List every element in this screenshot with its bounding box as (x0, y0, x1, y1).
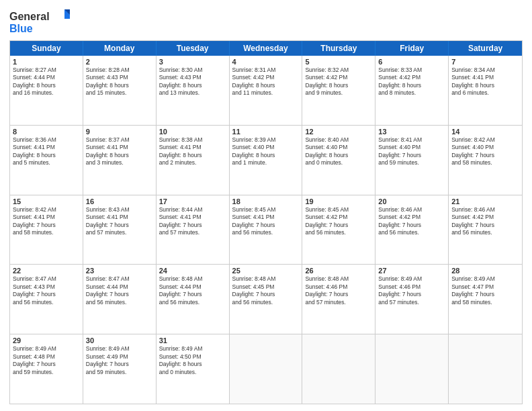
day-number: 27 (378, 267, 445, 275)
day-cell-28: 28Sunrise: 8:49 AMSunset: 4:47 PMDayligh… (449, 265, 522, 334)
day-number: 2 (86, 58, 153, 66)
header-day-monday: Monday (83, 41, 157, 56)
day-number: 10 (159, 128, 226, 136)
day-number: 31 (159, 336, 226, 345)
cell-line: Sunrise: 8:49 AM (159, 345, 226, 353)
day-number: 16 (86, 197, 153, 205)
cell-line: and 6 minutes. (451, 89, 519, 97)
cell-line: Sunrise: 8:49 AM (378, 275, 445, 283)
cell-line: and 56 minutes. (451, 229, 519, 236)
day-number: 14 (451, 128, 519, 136)
cell-line: Daylight: 7 hours (86, 222, 153, 229)
day-number: 28 (451, 267, 519, 275)
cell-line: Daylight: 8 hours (13, 152, 80, 159)
cell-line: Daylight: 8 hours (305, 152, 372, 159)
cell-line: Sunset: 4:40 PM (232, 144, 300, 151)
empty-cell (230, 334, 303, 404)
cell-line: Daylight: 8 hours (159, 361, 226, 368)
cell-line: and 56 minutes. (13, 299, 80, 306)
cell-line: Daylight: 7 hours (451, 222, 519, 229)
day-number: 24 (159, 267, 226, 275)
cell-line: Daylight: 8 hours (86, 82, 153, 89)
header-day-sunday: Sunday (10, 41, 83, 56)
cell-line: Daylight: 7 hours (86, 291, 153, 298)
cell-line: Sunrise: 8:32 AM (305, 66, 372, 74)
day-cell-20: 20Sunrise: 8:46 AMSunset: 4:42 PMDayligh… (375, 195, 449, 265)
cell-line: Sunset: 4:43 PM (13, 283, 80, 291)
cell-line: and 57 minutes. (86, 229, 153, 236)
cell-line: Sunrise: 8:28 AM (86, 66, 153, 74)
cell-line: Sunrise: 8:39 AM (232, 136, 300, 144)
cell-line: Daylight: 7 hours (451, 291, 519, 298)
cell-line: Sunset: 4:41 PM (232, 214, 300, 221)
cell-line: Sunrise: 8:49 AM (13, 345, 80, 353)
cell-line: Sunset: 4:50 PM (159, 353, 226, 361)
cell-line: Sunrise: 8:41 AM (378, 136, 445, 144)
cell-line: Sunset: 4:42 PM (378, 74, 445, 81)
cell-line: Daylight: 7 hours (13, 361, 80, 368)
cell-line: Sunset: 4:41 PM (13, 214, 80, 221)
header-day-saturday: Saturday (449, 41, 522, 56)
day-cell-19: 19Sunrise: 8:45 AMSunset: 4:42 PMDayligh… (302, 195, 375, 265)
cell-line: and 1 minute. (232, 159, 300, 167)
cell-line: Sunset: 4:48 PM (13, 353, 80, 361)
cell-line: Sunrise: 8:45 AM (232, 206, 300, 214)
day-cell-9: 9Sunrise: 8:37 AMSunset: 4:41 PMDaylight… (83, 126, 157, 195)
empty-cell (302, 334, 375, 404)
cell-line: and 9 minutes. (305, 89, 372, 97)
cell-line: Sunset: 4:46 PM (378, 283, 445, 291)
cell-line: Sunset: 4:44 PM (86, 283, 153, 291)
header-day-tuesday: Tuesday (157, 41, 230, 56)
cell-line: Daylight: 8 hours (86, 152, 153, 159)
cell-line: Daylight: 8 hours (159, 152, 226, 159)
cell-line: Sunrise: 8:37 AM (86, 136, 153, 144)
day-cell-21: 21Sunrise: 8:46 AMSunset: 4:42 PMDayligh… (449, 195, 522, 265)
week-row-2: 8Sunrise: 8:36 AMSunset: 4:41 PMDaylight… (10, 126, 522, 195)
cell-line: Sunrise: 8:48 AM (232, 275, 300, 283)
cell-line: Sunset: 4:41 PM (159, 144, 226, 151)
cell-line: Sunset: 4:43 PM (86, 74, 153, 81)
cell-line: Sunset: 4:44 PM (159, 283, 226, 291)
day-number: 15 (13, 197, 80, 205)
cell-line: Sunrise: 8:42 AM (451, 136, 519, 144)
cell-line: Daylight: 8 hours (13, 82, 80, 89)
day-cell-16: 16Sunrise: 8:43 AMSunset: 4:41 PMDayligh… (83, 195, 157, 265)
cell-line: Daylight: 7 hours (305, 222, 372, 229)
day-cell-29: 29Sunrise: 8:49 AMSunset: 4:48 PMDayligh… (10, 334, 83, 404)
cell-line: Daylight: 7 hours (13, 291, 80, 298)
cell-line: Sunrise: 8:47 AM (86, 275, 153, 283)
cell-line: Daylight: 8 hours (305, 82, 372, 89)
cell-line: Daylight: 7 hours (13, 222, 80, 229)
cell-line: Sunrise: 8:42 AM (13, 206, 80, 214)
cell-line: and 58 minutes. (451, 299, 519, 306)
cell-line: and 3 minutes. (86, 159, 153, 167)
day-number: 18 (232, 197, 300, 205)
cell-line: Sunset: 4:42 PM (378, 214, 445, 221)
cell-line: Sunrise: 8:27 AM (13, 66, 80, 74)
day-number: 7 (451, 58, 519, 66)
cell-line: and 57 minutes. (378, 299, 445, 306)
cell-line: and 56 minutes. (86, 299, 153, 306)
svg-text:General: General (9, 11, 50, 22)
cell-line: Daylight: 7 hours (378, 152, 445, 159)
day-number: 20 (378, 197, 445, 205)
day-number: 25 (232, 267, 300, 275)
header-day-thursday: Thursday (302, 41, 375, 56)
cell-line: and 58 minutes. (13, 229, 80, 236)
day-cell-30: 30Sunrise: 8:49 AMSunset: 4:49 PMDayligh… (83, 334, 157, 404)
cell-line: Sunset: 4:42 PM (232, 74, 300, 81)
day-number: 30 (86, 336, 153, 345)
day-cell-27: 27Sunrise: 8:49 AMSunset: 4:46 PMDayligh… (375, 265, 449, 334)
cell-line: and 16 minutes. (13, 89, 80, 97)
day-number: 6 (378, 58, 445, 66)
cell-line: Daylight: 7 hours (232, 222, 300, 229)
week-row-5: 29Sunrise: 8:49 AMSunset: 4:48 PMDayligh… (10, 334, 522, 404)
cell-line: Sunset: 4:49 PM (86, 353, 153, 361)
cell-line: Sunset: 4:40 PM (378, 144, 445, 151)
cell-line: Sunset: 4:41 PM (86, 144, 153, 151)
day-number: 22 (13, 267, 80, 275)
day-number: 17 (159, 197, 226, 205)
cell-line: Sunset: 4:40 PM (305, 144, 372, 151)
cell-line: Daylight: 7 hours (305, 291, 372, 298)
cell-line: and 57 minutes. (159, 229, 226, 236)
